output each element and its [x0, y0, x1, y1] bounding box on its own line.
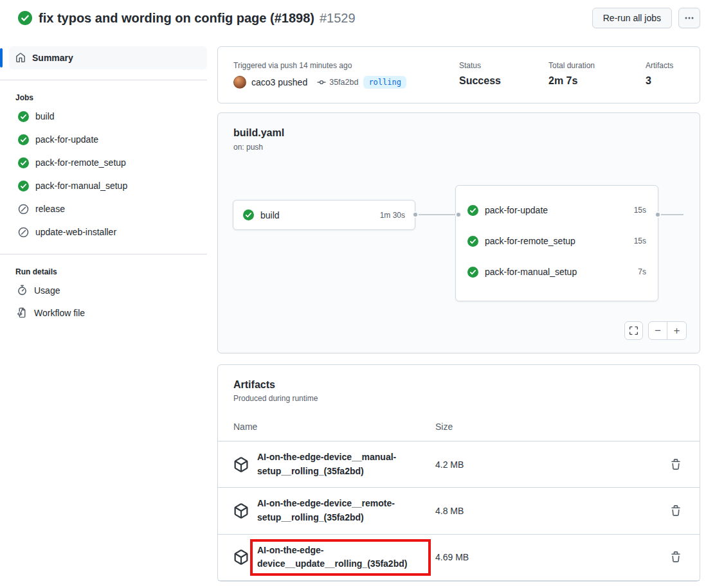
sidebar-job-build[interactable]: build: [0, 105, 217, 128]
connector-dot: [655, 211, 661, 218]
graph-job-duration: 1m 30s: [380, 211, 405, 220]
artifact-name[interactable]: AI-on-the-edge-device__manual-setup__rol…: [257, 450, 428, 478]
job-label: pack-for-manual_setup: [35, 181, 127, 191]
sidebar-summary-label: Summary: [32, 53, 73, 63]
job-label: update-web-installer: [35, 227, 116, 237]
jobs-heading: Jobs: [15, 93, 217, 102]
delete-artifact-button[interactable]: [670, 505, 682, 517]
artifacts-count-value: 3: [646, 75, 684, 87]
sidebar-job-release[interactable]: release: [0, 197, 217, 220]
zoom-out-button[interactable]: −: [649, 322, 667, 339]
graph-job-duration: 7s: [638, 267, 646, 276]
artifact-row-highlighted: AI-on-the-edge-device__update__rolling_(…: [218, 535, 700, 581]
duration-value: 2m 7s: [548, 75, 646, 87]
artifact-size: 4.2 MB: [435, 459, 464, 470]
usage-label: Usage: [34, 285, 60, 296]
workflow-graph-card: build.yaml on: push build 1m 30s pack-fo…: [217, 112, 700, 353]
success-check-icon: [18, 134, 29, 145]
branch-badge[interactable]: rolling: [363, 76, 406, 89]
sidebar-job-pack-for-manual-setup[interactable]: pack-for-manual_setup: [0, 174, 217, 197]
run-summary-card: Triggered via push 14 minutes ago caco3 …: [217, 46, 700, 103]
graph-node-pack-for-remote-setup[interactable]: pack-for-remote_setup 15s: [456, 226, 658, 256]
sidebar-job-update-web-installer[interactable]: update-web-installer: [0, 220, 217, 244]
run-header: fix typos and wording on config page (#1…: [0, 0, 706, 33]
graph-node-pack-for-manual-setup[interactable]: pack-for-manual_setup 7s: [456, 256, 658, 287]
fullscreen-button[interactable]: [624, 321, 643, 340]
more-options-button[interactable]: [678, 8, 700, 28]
success-check-icon: [467, 236, 478, 247]
run-details-heading: Run details: [15, 267, 217, 276]
graph-node-build[interactable]: build 1m 30s: [233, 200, 415, 230]
commit-sha[interactable]: 35fa2bd: [329, 78, 358, 87]
graph-job-name: pack-for-manual_setup: [485, 267, 638, 277]
sidebar-item-summary[interactable]: Summary: [9, 46, 207, 69]
artifact-size: 4.69 MB: [435, 552, 469, 562]
zoom-in-button[interactable]: +: [667, 322, 686, 339]
success-check-icon: [467, 205, 478, 216]
sidebar-job-pack-for-update[interactable]: pack-for-update: [0, 128, 217, 151]
job-label: release: [35, 204, 65, 214]
success-check-icon: [18, 157, 29, 168]
job-label: pack-for-remote_setup: [35, 157, 126, 168]
artifact-name[interactable]: AI-on-the-edge-device__update__rolling_(…: [250, 539, 431, 576]
success-check-icon: [243, 209, 254, 220]
graph-node-pack-for-update[interactable]: pack-for-update 15s: [456, 195, 658, 226]
job-label: build: [35, 111, 55, 121]
artifacts-count-label: Artifacts: [646, 61, 684, 70]
job-label: pack-for-update: [35, 134, 98, 145]
graph-job-name: build: [260, 210, 380, 220]
package-icon: [233, 457, 249, 472]
home-icon: [15, 53, 26, 63]
connector-dot: [455, 211, 462, 218]
divider: [0, 80, 207, 80]
status-value: Success: [459, 75, 548, 87]
fullscreen-icon: [629, 326, 638, 335]
selected-indicator: [0, 48, 3, 67]
graph-job-duration: 15s: [634, 236, 646, 245]
package-icon: [233, 503, 249, 519]
artifact-row: AI-on-the-edge-device__remote-setup__rol…: [218, 488, 700, 534]
run-sidebar: Summary Jobs build pack-for-update pack-…: [0, 33, 217, 324]
divider: [0, 254, 207, 254]
artifact-row: AI-on-the-edge-device__manual-setup__rol…: [218, 441, 700, 488]
trigger-text: Triggered via push 14 minutes ago: [233, 61, 459, 70]
workflow-file-label: Workflow file: [34, 308, 85, 318]
avatar[interactable]: [233, 76, 246, 89]
artifacts-table-header: Name Size: [218, 412, 700, 441]
graph-job-name: pack-for-update: [485, 205, 634, 215]
code-file-icon: [17, 307, 28, 318]
run-number: #1529: [320, 11, 356, 26]
artifact-size: 4.8 MB: [435, 506, 464, 516]
duration-label: Total duration: [548, 61, 646, 70]
status-column: Status Success: [459, 61, 548, 89]
stopwatch-icon: [17, 285, 28, 296]
status-label: Status: [459, 61, 548, 70]
success-check-icon: [18, 181, 29, 192]
graph-job-duration: 15s: [634, 206, 646, 215]
rerun-all-jobs-button[interactable]: Re-run all jobs: [592, 8, 672, 28]
delete-artifact-button[interactable]: [670, 551, 682, 563]
zoom-control: − +: [648, 321, 687, 340]
delete-artifact-button[interactable]: [670, 459, 682, 470]
artifacts-subtitle: Produced during runtime: [218, 391, 700, 403]
connector-dot: [412, 211, 419, 218]
connector-line: [413, 214, 462, 215]
success-check-icon: [467, 267, 478, 278]
kebab-horizontal-icon: [684, 13, 694, 23]
skipped-icon: [18, 227, 29, 238]
size-column-header: Size: [435, 422, 660, 432]
sidebar-item-usage[interactable]: Usage: [0, 279, 217, 301]
success-check-icon: [18, 11, 32, 25]
sidebar-item-workflow-file[interactable]: Workflow file: [0, 301, 217, 324]
actor-pushed-text[interactable]: caco3 pushed: [251, 77, 307, 87]
commit-icon: [316, 77, 327, 87]
duration-column: Total duration 2m 7s: [548, 61, 646, 89]
artifact-name[interactable]: AI-on-the-edge-device__remote-setup__rol…: [257, 497, 428, 524]
name-column-header: Name: [218, 422, 435, 432]
sidebar-job-pack-for-remote-setup[interactable]: pack-for-remote_setup: [0, 151, 217, 174]
artifacts-column: Artifacts 3: [646, 61, 684, 89]
artifacts-title: Artifacts: [218, 379, 700, 391]
workflow-trigger: on: push: [218, 139, 700, 152]
graph-job-group: pack-for-update 15s pack-for-remote_setu…: [455, 185, 658, 301]
graph-job-name: pack-for-remote_setup: [485, 236, 634, 246]
